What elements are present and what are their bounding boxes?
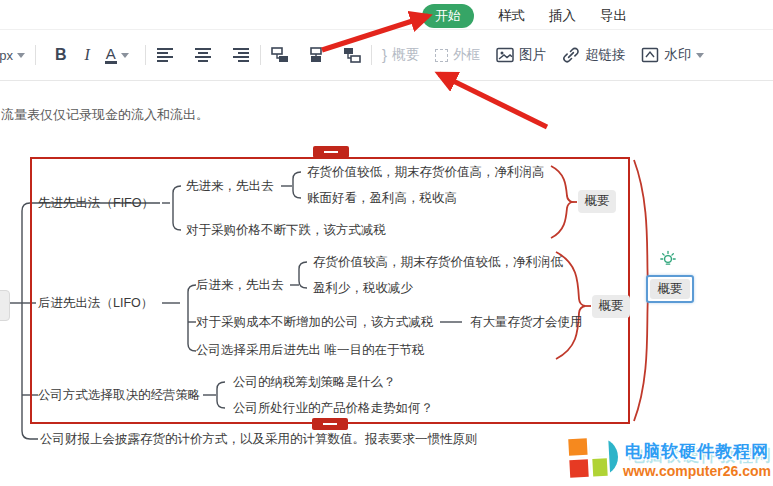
outline-button-label: 概要: [392, 46, 419, 64]
node-fifo-book[interactable]: 账面好看，盈利高，税收高: [307, 190, 457, 206]
summary-node-fifo[interactable]: 概要: [578, 190, 616, 213]
node-lifo-profit[interactable]: 盈利少，税收减少: [313, 280, 413, 296]
document-paragraph[interactable]: 流量表仅仅记录现金的流入和流出。: [1, 106, 209, 124]
font-size-value: 6px: [0, 48, 13, 63]
node-fifo[interactable]: 先进先出法（FIFO）: [38, 195, 154, 211]
watermark-icon: [641, 47, 659, 63]
tab-style[interactable]: 样式: [498, 7, 525, 25]
bold-button[interactable]: B: [55, 46, 67, 64]
collapse-handle-top[interactable]: [313, 146, 349, 158]
node-strategy-q1[interactable]: 公司的纳税筹划策略是什么？: [233, 374, 396, 390]
site-watermark: 电脑软硬件教程网 www.computer26.com: [565, 434, 771, 484]
ribbon-tabbar: 开始 样式 插入 导出: [0, 0, 773, 30]
format-toolbar: 6px B I A: [0, 30, 773, 81]
node-fifo-value[interactable]: 存货价值较低，期末存货价值高，净利润高: [307, 164, 545, 180]
watermark-button-label: 水印: [664, 46, 691, 64]
hyperlink-button-label: 超链接: [585, 46, 626, 64]
node-strategy[interactable]: 公司方式选择取决的经营策略: [38, 387, 201, 403]
node-fifo-rule[interactable]: 先进来，先出去: [186, 178, 274, 194]
toolbar-divider: [145, 45, 146, 65]
site-name: 电脑软硬件教程网: [623, 440, 771, 463]
node-lifo-cost[interactable]: 对于采购成本不断增加的公司，该方式减税: [196, 314, 434, 330]
insert-child-node-icon[interactable]: [307, 47, 325, 63]
link-icon: [562, 47, 580, 63]
frame-button-label: 外框: [453, 46, 480, 64]
tab-insert[interactable]: 插入: [549, 7, 576, 25]
align-right-icon[interactable]: [232, 47, 250, 63]
collapse-handle-bottom[interactable]: [312, 418, 348, 430]
minus-icon: [324, 151, 338, 153]
chevron-down-icon: [17, 53, 25, 58]
summary-node-overall-label: 概要: [650, 279, 690, 299]
node-lifo-cost-note[interactable]: 有大量存货才会使用: [470, 314, 583, 330]
picture-icon: [496, 47, 514, 63]
align-left-icon[interactable]: [156, 47, 174, 63]
toolbar-divider: [35, 45, 36, 65]
insert-parent-node-icon[interactable]: [343, 47, 361, 63]
font-color-icon: A: [105, 46, 117, 64]
outline-button[interactable]: } 概要: [382, 46, 419, 64]
root-node[interactable]: [0, 290, 10, 321]
node-lifo-rule[interactable]: 后进来，先出去: [196, 277, 284, 293]
chevron-down-icon: [121, 53, 129, 58]
dashed-frame-icon: [435, 49, 448, 62]
lightbulb-icon: [659, 250, 679, 270]
minus-icon: [323, 423, 337, 425]
tab-export[interactable]: 导出: [600, 7, 627, 25]
node-lifo[interactable]: 后进先出法（LIFO）: [38, 295, 153, 311]
toolbar-divider: [371, 45, 372, 65]
hyperlink-button[interactable]: 超链接: [562, 46, 626, 64]
font-color-button[interactable]: A: [105, 46, 129, 64]
node-lifo-purpose[interactable]: 公司选择采用后进先出 唯一目的在于节税: [196, 342, 424, 358]
site-url: www.computer26.com: [623, 463, 771, 479]
watermark-button[interactable]: 水印: [641, 46, 704, 64]
node-fifo-tax[interactable]: 对于采购价格不断下跌，该方式减税: [186, 222, 386, 238]
tab-home[interactable]: 开始: [422, 4, 474, 28]
summary-node-overall-selected[interactable]: 概要: [646, 275, 694, 303]
chevron-down-icon: [696, 53, 704, 58]
toolbar-divider: [260, 45, 261, 65]
arrow-to-outline-button: [439, 74, 547, 127]
image-button[interactable]: 图片: [496, 46, 546, 64]
insert-sibling-node-icon[interactable]: [271, 47, 289, 63]
node-strategy-q2[interactable]: 公司所处行业的产品价格走势如何？: [233, 400, 433, 416]
italic-button[interactable]: I: [85, 46, 90, 64]
site-logo-icon: [565, 434, 619, 484]
image-button-label: 图片: [519, 46, 546, 64]
summary-node-lifo[interactable]: 概要: [592, 295, 630, 318]
frame-button[interactable]: 外框: [435, 46, 480, 64]
app-window: 开始 样式 插入 导出 6px B I A: [0, 0, 773, 486]
align-center-icon[interactable]: [194, 47, 212, 63]
font-size-dropdown[interactable]: 6px: [0, 48, 25, 63]
node-lifo-value[interactable]: 存货价值较高，期末存货价值较低，净利润低: [313, 254, 563, 270]
brace-icon: }: [382, 48, 387, 62]
node-disclosure[interactable]: 公司财报上会披露存货的计价方式，以及采用的计算数值。报表要求一惯性原则: [40, 431, 478, 447]
